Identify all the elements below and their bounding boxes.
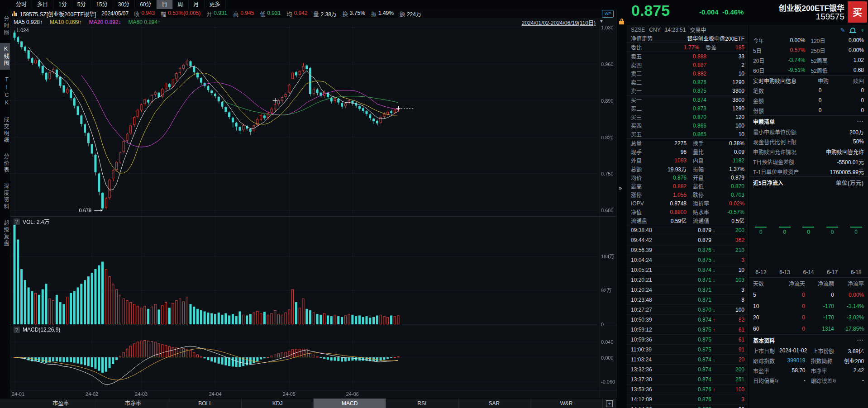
kline-canvas[interactable] bbox=[10, 26, 616, 398]
period-tab-1分[interactable]: 1分 bbox=[53, 0, 72, 9]
wp-monitor-icon[interactable]: WP bbox=[602, 10, 614, 18]
basic-row: 市盈率58.70市净率2.42 bbox=[749, 365, 868, 375]
period-tab-60分[interactable]: 60分 bbox=[135, 0, 157, 9]
tick-row: 13:53:360.876↑100 bbox=[627, 384, 749, 394]
stat-row: 最高0.882最低0.870 bbox=[627, 182, 749, 190]
period-tab-30分[interactable]: 30分 bbox=[113, 0, 135, 9]
inflow-bar: 0 bbox=[844, 227, 868, 235]
tick-row: 10:59:360.87561 bbox=[627, 335, 749, 345]
ask-row[interactable]: 卖二0.8761290 bbox=[627, 78, 749, 86]
period-tab-5分[interactable]: 5分 bbox=[72, 0, 91, 9]
ask-row[interactable]: 卖三0.88210 bbox=[627, 69, 749, 78]
shenshu-row: 现金替代比例上限50% bbox=[749, 137, 868, 147]
basic-row: 跟踪指数399019指数简称创业200 bbox=[749, 356, 868, 365]
inflow-chart: 00000 6-126-136-146-176-18 bbox=[749, 188, 868, 278]
sidebar-item-成交明细[interactable]: 成交明细 bbox=[0, 114, 10, 147]
shenshu-title: 申赎清单 ··· bbox=[749, 116, 868, 127]
realtime-row: 份额00 bbox=[749, 105, 868, 115]
stat-row: 总量2275换手0.38% bbox=[627, 139, 749, 147]
bid-levels: 买一0.8743800买二0.8731290买三0.870120买四0.8661… bbox=[627, 95, 749, 138]
quote-panel: SZSE CNY 14:23:51 交易中 净值走势 银华创业板中盘200ETF… bbox=[627, 25, 749, 408]
sidebar-item-TICK[interactable]: TICK bbox=[0, 74, 10, 110]
buy-button[interactable]: 买 bbox=[848, 1, 867, 23]
ask-row[interactable]: 卖一0.8753800 bbox=[627, 86, 749, 95]
bid-row[interactable]: 买五0.86510 bbox=[627, 130, 749, 138]
sidebar-item-分时图[interactable]: 分时图 bbox=[0, 13, 10, 39]
inflow-bar: 0 bbox=[749, 227, 773, 235]
realtime-row: 笔数00 bbox=[749, 85, 868, 95]
period-tab-日[interactable]: 日 bbox=[157, 0, 172, 9]
help-icon[interactable]: ? bbox=[14, 327, 20, 333]
nav-row[interactable]: 净值走势 银华创业板中盘200ETF bbox=[627, 34, 749, 43]
sidebar-item-超级复盘[interactable]: 超级复盘 bbox=[0, 217, 10, 250]
lock-icon[interactable] bbox=[619, 21, 624, 24]
zero-bar bbox=[802, 227, 814, 228]
flow-table-row: 600-1314-17.85% bbox=[749, 323, 868, 334]
more-icon[interactable]: ··· bbox=[857, 337, 864, 343]
period-tab-周[interactable]: 周 bbox=[173, 0, 189, 9]
info-fields: 收0.943幅0.53%(0.005)开0.931高0.945低0.931均0.… bbox=[134, 10, 427, 18]
info-field-幅: 幅0.53%(0.005) bbox=[161, 10, 200, 18]
tick-row: 09:56:390.876↓210 bbox=[627, 245, 749, 255]
zero-bar bbox=[755, 227, 767, 228]
tick-list[interactable]: 09:38:480.879↓20009:44:420.87936209:56:3… bbox=[627, 225, 749, 408]
period-tab-更多[interactable]: 更多 bbox=[205, 0, 226, 9]
perf-row: 60日-9.51%52周低0.68 bbox=[749, 65, 868, 75]
more-icon[interactable]: ··· bbox=[857, 118, 864, 124]
last-price: 0.875 bbox=[631, 2, 670, 19]
bid-row[interactable]: 买四0.866100 bbox=[627, 121, 749, 130]
panel-icons: ✎ + bbox=[749, 25, 868, 35]
period-tab-15分[interactable]: 15分 bbox=[91, 0, 113, 9]
bid-row[interactable]: 买一0.8743800 bbox=[627, 95, 749, 104]
realtime-row: 金额00 bbox=[749, 95, 868, 105]
period-tab-多日[interactable]: 多日 bbox=[32, 0, 53, 9]
date-range-link[interactable]: 2024/01/02-2024/06/19(110日) bbox=[522, 19, 596, 26]
indicator-tab-市净率[interactable]: 市净率 bbox=[97, 399, 170, 408]
edit-icon[interactable]: ✎ bbox=[840, 25, 845, 35]
realtime-header: 实时申购赎回信息 申购 赎回 bbox=[749, 76, 868, 85]
info-bar: 159575.SZ[创业板200ETF银华] 2024/05/07 收0.943… bbox=[10, 9, 616, 19]
indicator-tab-BOLL[interactable]: BOLL bbox=[169, 399, 242, 408]
period-tab-分时[interactable]: 分时 bbox=[11, 0, 32, 9]
vol-label: VOL: 2.4万 bbox=[23, 218, 49, 225]
tick-row: 10:50:390.874↑82 bbox=[627, 315, 749, 325]
exchange-label: SZSE bbox=[631, 27, 645, 33]
bid-row[interactable]: 买二0.8731290 bbox=[627, 104, 749, 113]
inflow-bar: 0 bbox=[820, 227, 844, 235]
indicator-tab-SAR[interactable]: SAR bbox=[458, 399, 531, 408]
add-icon[interactable]: + bbox=[861, 25, 864, 35]
bid-row[interactable]: 买三0.870120 bbox=[627, 113, 749, 121]
add-indicator-button[interactable]: + bbox=[603, 399, 616, 408]
ask-row[interactable]: 卖四0.8872 bbox=[627, 61, 749, 69]
symbol-label[interactable]: 159575.SZ[创业板200ETF银华] bbox=[20, 10, 96, 18]
help-icon[interactable]: ? bbox=[14, 218, 20, 225]
ask-row[interactable]: 卖五0.88833 bbox=[627, 52, 749, 61]
stat-rows: 总量2275换手0.38%现手96量比0.09外盘1093内盘1182总额19.… bbox=[627, 139, 749, 225]
tick-row: 10:27:270.870↓100 bbox=[627, 305, 749, 315]
indicator-tab-MACD[interactable]: MACD bbox=[314, 399, 386, 408]
sidebar-item-深度资料[interactable]: 深度资料 bbox=[0, 180, 10, 213]
flow-table-header: 天数净流天净流额净流率 bbox=[749, 278, 868, 289]
currency-label: CNY bbox=[649, 27, 660, 33]
indicator-tab-W&R[interactable]: W&R bbox=[530, 399, 603, 408]
collapse-panel-icon[interactable]: » bbox=[619, 185, 622, 191]
tick-row: 10:23:480.8718 bbox=[627, 295, 749, 305]
info-field-开: 开0.931 bbox=[206, 10, 227, 18]
trading-terminal: 分时多日1分5分15分30分60分日周月更多 综合屏F9前复权超级叠加画线工具 … bbox=[0, 0, 868, 408]
basic-title: 基本资料 ··· bbox=[749, 335, 868, 346]
sidebar-item-K线图[interactable]: K线图 bbox=[0, 43, 10, 70]
alert-bell-icon[interactable] bbox=[850, 25, 855, 35]
period-tab-月[interactable]: 月 bbox=[189, 0, 205, 9]
stat-row: 总额19.93万振幅1.37% bbox=[627, 165, 749, 173]
ma-legend-MA5: MA5 0.928↑ bbox=[14, 19, 43, 25]
ma-legend-MA20: MA20 0.892↓ bbox=[89, 19, 121, 25]
shenshu-row: 最小申赎单位份额200万 bbox=[749, 127, 868, 137]
indicator-tab-RSI[interactable]: RSI bbox=[386, 399, 458, 408]
sidebar-item-分价表[interactable]: 分价表 bbox=[0, 151, 10, 176]
ma-legend-MA10: MA10 0.899↑ bbox=[50, 19, 82, 25]
zero-bar bbox=[850, 227, 862, 228]
indicator-tab-KDJ[interactable]: KDJ bbox=[242, 399, 314, 408]
inflow-bar: 0 bbox=[773, 227, 797, 235]
date-range-caret-icon[interactable]: ▼ bbox=[599, 19, 604, 24]
indicator-tab-市盈率[interactable]: 市盈率 bbox=[25, 399, 97, 408]
